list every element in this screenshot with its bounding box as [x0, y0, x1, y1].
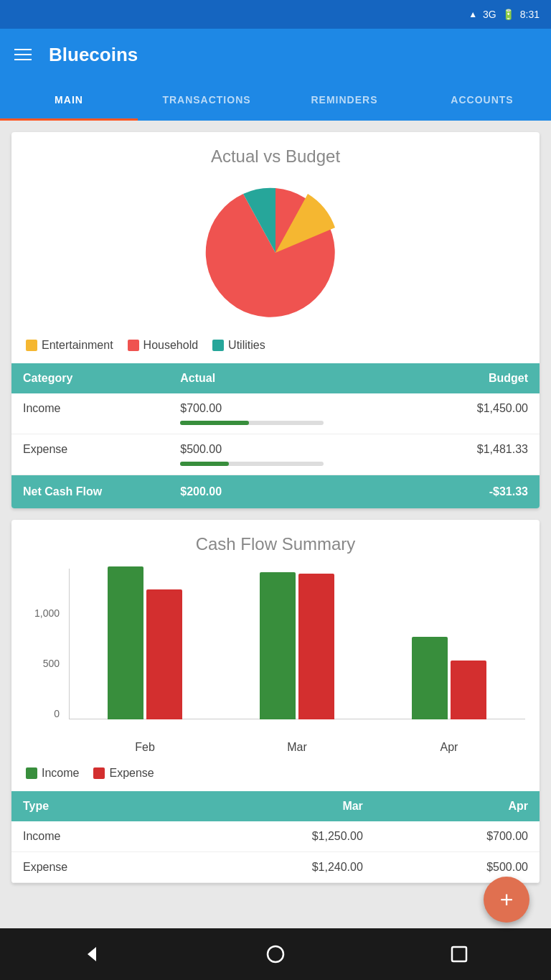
tab-accounts[interactable]: ACCOUNTS: [413, 80, 551, 119]
legend-entertainment: Entertainment: [26, 339, 113, 352]
cf-legend-income: Income: [26, 767, 79, 780]
actual-vs-budget-card: Actual vs Budget Entertainment Household: [11, 132, 540, 508]
net-cashflow-label: Net Cash Flow: [11, 475, 169, 509]
income-progress-bg: [180, 421, 324, 425]
table-row: Expense $1,240.00 $500.00: [11, 852, 540, 883]
app-title: Bluecoins: [49, 44, 138, 66]
app-bar: Bluecoins: [0, 29, 551, 80]
expense-actual: $500.00: [169, 434, 425, 475]
tab-main[interactable]: MAIN: [0, 80, 138, 119]
legend-household: Household: [128, 339, 199, 352]
entertainment-dot: [26, 340, 37, 351]
household-dot: [128, 340, 139, 351]
legend-utilities: Utilities: [212, 339, 265, 352]
back-icon: [82, 944, 102, 964]
net-cashflow-row: Net Cash Flow $200.00 -$31.33: [11, 475, 540, 509]
table-row: Income $700.00 $1,450.00: [11, 393, 540, 434]
menu-button[interactable]: [14, 49, 32, 60]
expense-progress-bg: [180, 462, 324, 466]
bar-group-apr: [373, 637, 525, 719]
bar-chart: 1,000 500 0: [26, 569, 525, 741]
svg-rect-2: [452, 947, 466, 961]
bottom-nav: [0, 928, 551, 980]
cf-income-dot: [26, 767, 37, 779]
table-row: Income $1,250.00 $700.00: [11, 821, 540, 852]
y-label-500: 500: [43, 658, 60, 669]
feb-expense-bar: [146, 589, 182, 719]
tab-reminders[interactable]: REMINDERS: [276, 80, 413, 119]
col-category: Category: [11, 363, 169, 393]
col-budget: Budget: [425, 363, 540, 393]
x-label-feb: Feb: [69, 741, 221, 754]
apr-income-bar: [412, 637, 448, 719]
x-label-mar: Mar: [221, 741, 373, 754]
recent-button[interactable]: [445, 940, 474, 969]
expense-progress-fill: [180, 462, 229, 466]
expense-category: Expense: [11, 434, 169, 475]
network-icon: ▲: [468, 9, 477, 19]
table-row: Expense $500.00 $1,481.33: [11, 434, 540, 475]
income-budget: $1,450.00: [425, 393, 540, 434]
avb-title: Actual vs Budget: [11, 132, 540, 174]
income-category: Income: [11, 393, 169, 434]
network-label: 3G: [483, 9, 496, 20]
utilities-dot: [212, 340, 224, 351]
add-transaction-button[interactable]: +: [484, 877, 529, 923]
cf-expense-type: Expense: [11, 852, 184, 883]
recent-icon: [449, 944, 469, 964]
svg-marker-0: [88, 947, 96, 961]
pie-chart-container: [11, 174, 540, 339]
budget-table: Category Actual Budget Income $700.00: [11, 363, 540, 508]
svg-point-1: [268, 946, 283, 962]
col-actual: Actual: [169, 363, 425, 393]
y-label-1000: 1,000: [34, 607, 60, 619]
tab-transactions[interactable]: TRANSACTIONS: [138, 80, 276, 119]
cf-expense-dot: [93, 767, 105, 779]
pie-legend: Entertainment Household Utilities: [11, 339, 540, 363]
cash-flow-card: Cash Flow Summary 1,000 500 0: [11, 520, 540, 883]
income-actual: $700.00: [169, 393, 425, 434]
home-icon: [265, 944, 286, 964]
battery-icon: 🔋: [502, 9, 514, 20]
y-axis: 1,000 500 0: [26, 569, 65, 719]
time-label: 8:31: [520, 9, 540, 20]
back-button[interactable]: [77, 940, 106, 969]
cf-expense-mar: $1,240.00: [184, 852, 374, 883]
pie-chart: [204, 181, 347, 325]
cf-income-type: Income: [11, 821, 184, 852]
mar-expense-bar: [298, 574, 334, 719]
cf-legend: Income Expense: [11, 761, 540, 791]
cf-income-mar: $1,250.00: [184, 821, 374, 852]
mar-income-bar: [260, 572, 296, 719]
bar-group-mar: [221, 572, 373, 719]
status-bar: ▲ 3G 🔋 8:31: [0, 0, 551, 29]
cf-col-type: Type: [11, 791, 184, 821]
cf-col-mar: Mar: [184, 791, 374, 821]
cf-title: Cash Flow Summary: [11, 520, 540, 561]
cf-col-apr: Apr: [375, 791, 540, 821]
feb-income-bar: [108, 566, 143, 719]
cf-income-apr: $700.00: [375, 821, 540, 852]
x-axis-labels: Feb Mar Apr: [26, 741, 525, 761]
expense-budget: $1,481.33: [425, 434, 540, 475]
x-label-apr: Apr: [373, 741, 525, 754]
cf-legend-expense: Expense: [93, 767, 154, 780]
apr-expense-bar: [451, 661, 486, 719]
main-content: Actual vs Budget Entertainment Household: [0, 121, 551, 928]
net-cashflow-actual: $200.00: [169, 475, 425, 509]
bar-group-feb: [69, 566, 221, 719]
net-cashflow-budget: -$31.33: [425, 475, 540, 509]
cf-table: Type Mar Apr Income $1,250.00 $700.00 Ex…: [11, 791, 540, 883]
y-label-0: 0: [54, 708, 60, 719]
tab-bar: MAIN TRANSACTIONS REMINDERS ACCOUNTS: [0, 80, 551, 121]
income-progress-fill: [180, 421, 249, 425]
add-icon: +: [500, 888, 514, 911]
bar-chart-area: 1,000 500 0: [11, 561, 540, 761]
home-button[interactable]: [261, 940, 290, 969]
